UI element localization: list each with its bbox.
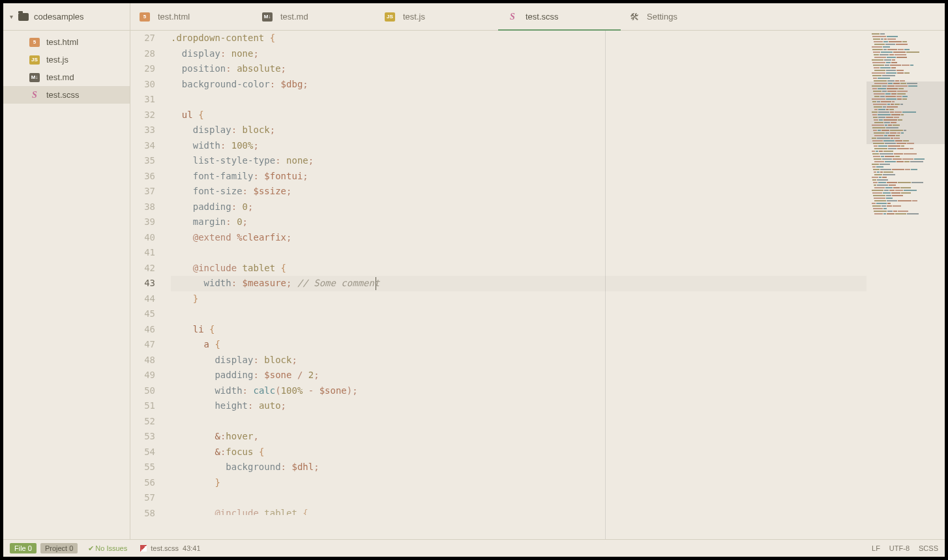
code-line[interactable] bbox=[171, 92, 945, 108]
line-number[interactable]: 37 bbox=[130, 184, 155, 199]
tab-label: test.md bbox=[280, 12, 308, 22]
code-editor[interactable]: 2728293031323334353637383940414243444546… bbox=[130, 31, 945, 539]
tree-item-test-html[interactable]: 5test.html bbox=[3, 33, 130, 51]
line-number[interactable]: 47 bbox=[130, 337, 155, 353]
settings-icon: 🛠 bbox=[630, 12, 639, 22]
code-line[interactable]: } bbox=[171, 291, 945, 307]
code-line[interactable]: ul { bbox=[171, 108, 945, 123]
code-line[interactable]: width: calc(100% - $sone); bbox=[171, 383, 945, 399]
status-file-indicator[interactable]: test.scss 43:41 bbox=[140, 544, 200, 552]
code-line[interactable]: list-style-type: none; bbox=[171, 153, 945, 169]
code-line[interactable]: background-color: $dbg; bbox=[171, 77, 945, 93]
code-line[interactable]: width: 100%; bbox=[171, 138, 945, 154]
code-line[interactable]: position: absolute; bbox=[171, 61, 945, 77]
line-number[interactable]: 45 bbox=[130, 306, 155, 322]
status-language[interactable]: SCSS bbox=[919, 544, 938, 552]
tree-item-label: test.md bbox=[46, 72, 74, 82]
line-number[interactable]: 52 bbox=[130, 414, 155, 430]
line-number[interactable]: 57 bbox=[130, 490, 155, 506]
line-number[interactable]: 36 bbox=[130, 169, 155, 184]
tree-item-test-js[interactable]: JStest.js bbox=[3, 51, 130, 68]
line-number[interactable]: 30 bbox=[130, 77, 155, 93]
tab-bar: 5test.htmlM↓test.mdJStest.jsStest.scss🛠S… bbox=[130, 3, 945, 31]
code-line[interactable]: } bbox=[171, 475, 945, 491]
line-number[interactable]: 39 bbox=[130, 214, 155, 230]
code-line[interactable]: .dropdown-content { bbox=[171, 31, 945, 46]
code-line[interactable]: @extend %clearfix; bbox=[171, 230, 945, 246]
line-number[interactable]: 32 bbox=[130, 108, 155, 123]
tab-label: Settings bbox=[647, 12, 677, 22]
line-number[interactable]: 27 bbox=[130, 31, 155, 46]
line-number[interactable]: 48 bbox=[130, 353, 155, 368]
code-line[interactable] bbox=[171, 414, 945, 430]
line-number[interactable]: 42 bbox=[130, 261, 155, 276]
tab-test-js[interactable]: JStest.js bbox=[376, 3, 498, 30]
line-number[interactable]: 55 bbox=[130, 460, 155, 475]
code-line[interactable]: font-family: $fontui; bbox=[171, 169, 945, 184]
code-line[interactable]: padding: $sone / 2; bbox=[171, 368, 945, 383]
tree-root[interactable]: ▾ codesamples bbox=[3, 3, 130, 31]
tab-settings[interactable]: 🛠Settings bbox=[621, 3, 697, 30]
js-file-icon: JS bbox=[29, 55, 40, 65]
tab-label: test.scss bbox=[526, 12, 559, 22]
line-number[interactable]: 28 bbox=[130, 46, 155, 62]
tab-test-html[interactable]: 5test.html bbox=[130, 3, 253, 30]
code-line[interactable]: display: none; bbox=[171, 46, 945, 62]
tab-test-scss[interactable]: Stest.scss bbox=[498, 3, 621, 30]
status-encoding[interactable]: UTF-8 bbox=[889, 544, 910, 552]
code-line[interactable]: margin: 0; bbox=[171, 214, 945, 230]
code-line[interactable]: padding: 0; bbox=[171, 199, 945, 215]
line-number[interactable]: 58 bbox=[130, 506, 155, 522]
code-line[interactable]: display: block; bbox=[171, 123, 945, 138]
tab-label: test.html bbox=[158, 12, 190, 22]
line-number[interactable]: 34 bbox=[130, 138, 155, 154]
minimap[interactable] bbox=[867, 31, 945, 539]
line-number[interactable]: 44 bbox=[130, 291, 155, 307]
status-project-pill[interactable]: Project 0 bbox=[40, 543, 78, 553]
line-number[interactable]: 46 bbox=[130, 322, 155, 338]
code-line[interactable]: @include tablet { bbox=[171, 506, 945, 515]
file-tree-panel: ▾ codesamples 5test.htmlJStest.jsM↓test.… bbox=[3, 3, 130, 539]
status-eol[interactable]: LF bbox=[872, 544, 880, 552]
folder-icon bbox=[18, 13, 29, 21]
status-file-pill[interactable]: File 0 bbox=[10, 543, 37, 553]
line-number[interactable]: 29 bbox=[130, 61, 155, 77]
line-number[interactable]: 38 bbox=[130, 199, 155, 215]
code-line[interactable] bbox=[171, 490, 945, 506]
tree-item-test-md[interactable]: M↓test.md bbox=[3, 68, 130, 86]
line-number[interactable]: 33 bbox=[130, 123, 155, 138]
line-number[interactable]: 40 bbox=[130, 230, 155, 246]
code-line[interactable] bbox=[171, 306, 945, 322]
code-line[interactable]: display: block; bbox=[171, 353, 945, 368]
diff-icon bbox=[140, 545, 147, 552]
line-number[interactable]: 50 bbox=[130, 383, 155, 399]
code-line[interactable]: &:hover, bbox=[171, 429, 945, 445]
code-line[interactable]: font-size: $ssize; bbox=[171, 184, 945, 199]
line-number[interactable]: 35 bbox=[130, 153, 155, 169]
line-gutter[interactable]: 2728293031323334353637383940414243444546… bbox=[130, 31, 167, 539]
code-line[interactable]: height: auto; bbox=[171, 398, 945, 414]
code-line[interactable]: width: $measure; // Some comment bbox=[171, 276, 945, 291]
line-number[interactable]: 31 bbox=[130, 92, 155, 108]
line-number[interactable]: 53 bbox=[130, 429, 155, 445]
code-line[interactable]: background: $dhl; bbox=[171, 460, 945, 475]
tab-test-md[interactable]: M↓test.md bbox=[253, 3, 376, 30]
line-number[interactable]: 54 bbox=[130, 445, 155, 460]
status-no-issues[interactable]: ✔No Issues bbox=[88, 544, 127, 553]
status-right: LF UTF-8 SCSS bbox=[872, 544, 938, 552]
code-line[interactable]: &:focus { bbox=[171, 445, 945, 460]
code-line[interactable]: a { bbox=[171, 337, 945, 353]
line-number[interactable]: 56 bbox=[130, 475, 155, 491]
line-number[interactable]: 41 bbox=[130, 245, 155, 261]
line-number[interactable]: 49 bbox=[130, 368, 155, 383]
code-line[interactable] bbox=[171, 245, 945, 261]
code-line[interactable]: li { bbox=[171, 322, 945, 338]
line-number[interactable]: 43 bbox=[130, 276, 155, 291]
tree-item-test-scss[interactable]: Stest.scss bbox=[3, 86, 130, 104]
line-number[interactable]: 51 bbox=[130, 398, 155, 414]
tree-item-label: test.html bbox=[46, 37, 78, 47]
tree-item-label: test.js bbox=[46, 55, 68, 65]
tree-root-label: codesamples bbox=[34, 12, 84, 22]
code-line[interactable]: @include tablet { bbox=[171, 261, 945, 276]
code-content[interactable]: .dropdown-content { display: none; posit… bbox=[168, 31, 945, 539]
